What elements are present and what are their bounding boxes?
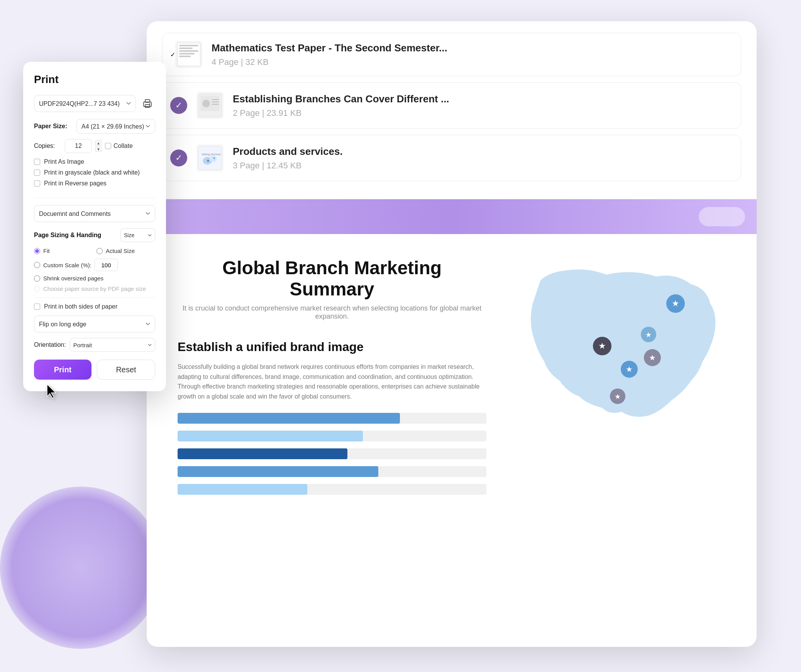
page-sizing-title: Page Sizing & Handing	[34, 232, 101, 239]
bar-row-3	[178, 448, 486, 459]
document-panel: ✓ Mathematics Test Paper - The Second Se…	[147, 21, 757, 647]
dialog-buttons: Print Reset	[34, 360, 155, 380]
bar-row-5	[178, 484, 486, 495]
custom-scale-label: Custom Scale (%):	[43, 262, 91, 268]
svg-text:★: ★	[598, 341, 606, 351]
svg-text:★: ★	[645, 331, 652, 339]
svg-text:Setting Summary: Setting Summary	[202, 153, 221, 156]
check-icon: ✓	[170, 51, 175, 58]
both-sides-label: Print in both sides of paper	[44, 303, 117, 310]
spin-up[interactable]: ▲	[95, 140, 102, 146]
file-item-2[interactable]: ✓ Establishing Branches Can Cover Differ…	[162, 82, 741, 129]
paper-size-label: Paper Size:	[34, 123, 76, 130]
doc-title: Global Branch Marketing Summary	[178, 257, 486, 300]
file-info: Mathematics Test Paper - The Second Seme…	[212, 42, 447, 67]
copies-label: Copies:	[34, 143, 65, 149]
paper-size-row: Paper Size: A4 (21 × 29.69 Inches)	[34, 119, 155, 134]
fit-label: Fit	[43, 248, 50, 254]
file-meta-3: 3 Page | 12.45 KB	[233, 161, 343, 171]
print-reverse-checkbox[interactable]	[34, 180, 40, 187]
collate-checkbox[interactable]	[105, 143, 111, 149]
print-dialog: Print UPDF2924Q(HP2...7 23 434) Paper Si…	[23, 62, 166, 391]
document-dropdown[interactable]: Docuemnt and Comments	[34, 205, 155, 222]
file-item-3[interactable]: ✓ Setting Summary Products and services.…	[162, 135, 741, 181]
background-blob	[0, 487, 162, 649]
doc-text-col: Global Branch Marketing Summary It is cr…	[178, 257, 486, 502]
print-grayscale-checkbox[interactable]	[34, 170, 40, 176]
svg-point-1	[202, 100, 210, 107]
shrink-row: Shrink oversized pages	[34, 275, 155, 282]
printer-select[interactable]: UPDF2924Q(HP2...7 23 434)	[34, 95, 136, 112]
print-as-image-checkbox[interactable]	[34, 159, 40, 165]
checkbox-section: Print As Image Print in grayscale (black…	[34, 158, 155, 198]
file-thumb-3: Setting Summary	[196, 144, 224, 171]
actual-size-label: Actual Size	[106, 248, 135, 254]
shrink-radio[interactable]	[34, 275, 40, 282]
page-sizing-header: Page Sizing & Handing Size	[34, 228, 155, 242]
print-as-image-row: Print As Image	[34, 158, 155, 165]
file-name: Mathematics Test Paper - The Second Seme…	[212, 42, 447, 54]
both-sides-checkbox[interactable]	[34, 304, 40, 310]
size-select[interactable]: Size	[120, 228, 155, 242]
printer-icon	[140, 96, 155, 111]
file-name-2: Establishing Branches Can Cover Differen…	[233, 93, 449, 105]
scale-input[interactable]	[95, 259, 118, 271]
actual-size-radio[interactable]	[97, 248, 103, 254]
svg-point-26	[149, 104, 151, 105]
fit-radio-row: Fit	[34, 248, 93, 254]
copies-row: Copies: ▲ ▼ Collate	[34, 139, 155, 153]
bar-row-1	[178, 413, 486, 424]
check-icon-3: ✓	[170, 149, 187, 166]
purple-bar	[147, 199, 757, 234]
paper-size-select[interactable]: A4 (21 × 29.69 Inches)	[76, 119, 155, 134]
doc-map-col: ★ ★ ★ ★ ★ ★	[510, 257, 726, 502]
both-sides-row: Print in both sides of paper	[34, 303, 155, 310]
print-dialog-title: Print	[34, 73, 155, 86]
svg-rect-25	[145, 105, 150, 107]
file-item-partial[interactable]: ✓ Mathematics Test Paper - The Second Se…	[162, 33, 741, 76]
doc-body-text: Successfully building a global brand net…	[178, 362, 486, 401]
map-svg: ★ ★ ★ ★ ★ ★	[510, 257, 726, 419]
doc-content: Global Branch Marketing Summary It is cr…	[147, 234, 757, 525]
file-meta: 4 Page | 32 KB	[212, 57, 447, 67]
svg-point-8	[209, 156, 217, 162]
cursor	[46, 384, 58, 399]
reset-button[interactable]: Reset	[97, 360, 155, 380]
spin-down[interactable]: ▼	[95, 146, 102, 152]
printer-row: UPDF2924Q(HP2...7 23 434)	[34, 95, 155, 112]
file-info-3: Products and services. 3 Page | 12.45 KB	[233, 146, 343, 171]
check-icon-2: ✓	[170, 97, 187, 114]
shrink-label: Shrink oversized pages	[43, 275, 103, 282]
print-button[interactable]: Print	[34, 360, 91, 380]
svg-text:★: ★	[649, 353, 656, 362]
bar-chart	[178, 413, 486, 495]
print-grayscale-label: Print in grayscale (black and white)	[44, 169, 140, 176]
collate-label: Collate	[113, 143, 133, 149]
file-thumb-2	[196, 92, 224, 119]
collate-wrap: Collate	[105, 143, 133, 149]
flip-edge-select[interactable]: Flip on long edge	[34, 316, 155, 333]
print-as-image-label: Print As Image	[44, 158, 84, 165]
copies-input[interactable]	[65, 139, 92, 153]
svg-text:★: ★	[672, 299, 679, 308]
actual-size-radio-row: Actual Size	[97, 248, 155, 254]
choose-paper-row: Choose paper source by PDF page size	[34, 285, 155, 292]
choose-paper-radio	[34, 286, 40, 292]
fit-radio[interactable]	[34, 248, 40, 254]
radio-grid: Fit Actual Size	[34, 248, 155, 254]
file-thumb	[175, 41, 202, 68]
custom-scale-radio[interactable]	[34, 262, 40, 268]
print-reverse-row: Print in Reverse pages	[34, 180, 155, 187]
purple-handle	[699, 207, 745, 226]
both-sides-section: Print in both sides of paper Flip on lon…	[34, 297, 155, 338]
orientation-row: Orientation: Portrait	[34, 338, 155, 352]
svg-point-10	[213, 157, 215, 159]
svg-text:★: ★	[615, 393, 621, 400]
orientation-select[interactable]: Portrait	[70, 338, 155, 352]
choose-paper-label: Choose paper source by PDF page size	[43, 285, 146, 292]
svg-text:★: ★	[626, 365, 633, 373]
custom-scale-row: Custom Scale (%):	[34, 259, 155, 271]
file-name-3: Products and services.	[233, 146, 343, 158]
print-reverse-label: Print in Reverse pages	[44, 180, 107, 187]
copies-spinner[interactable]: ▲ ▼	[95, 140, 102, 152]
